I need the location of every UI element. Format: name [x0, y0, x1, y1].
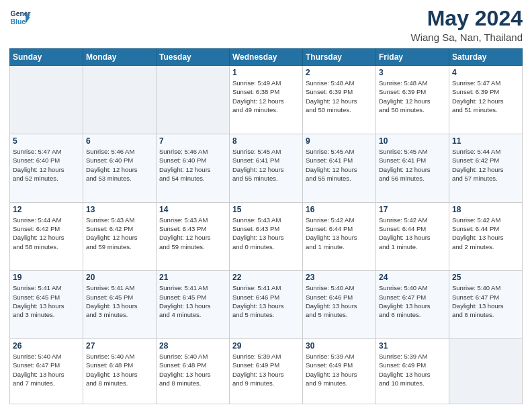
table-row: [449, 339, 523, 404]
day-info: Sunrise: 5:45 AM Sunset: 6:41 PM Dayligh…: [232, 147, 300, 183]
day-info: Sunrise: 5:40 AM Sunset: 6:48 PM Dayligh…: [86, 352, 153, 387]
day-number: 3: [379, 68, 446, 77]
weekday-header-row: Sunday Monday Tuesday Wednesday Thursday…: [10, 49, 523, 66]
table-row: 17Sunrise: 5:42 AM Sunset: 6:44 PM Dayli…: [376, 202, 449, 271]
day-number: 4: [452, 68, 519, 77]
header-tuesday: Tuesday: [157, 49, 230, 66]
day-number: 15: [232, 205, 300, 214]
calendar-week-row: 5Sunrise: 5:47 AM Sunset: 6:40 PM Daylig…: [10, 134, 523, 202]
day-info: Sunrise: 5:41 AM Sunset: 6:45 PM Dayligh…: [159, 283, 226, 319]
calendar-week-row: 12Sunrise: 5:44 AM Sunset: 6:42 PM Dayli…: [10, 202, 523, 271]
day-info: Sunrise: 5:39 AM Sunset: 6:49 PM Dayligh…: [306, 352, 373, 387]
day-info: Sunrise: 5:42 AM Sunset: 6:44 PM Dayligh…: [452, 216, 519, 251]
table-row: 15Sunrise: 5:43 AM Sunset: 6:43 PM Dayli…: [230, 202, 303, 271]
day-info: Sunrise: 5:42 AM Sunset: 6:44 PM Dayligh…: [306, 216, 373, 251]
day-info: Sunrise: 5:47 AM Sunset: 6:40 PM Dayligh…: [13, 147, 80, 183]
day-number: 31: [379, 341, 446, 351]
day-number: 27: [86, 341, 153, 351]
day-number: 8: [232, 136, 300, 146]
table-row: 24Sunrise: 5:40 AM Sunset: 6:47 PM Dayli…: [376, 271, 449, 339]
day-info: Sunrise: 5:41 AM Sunset: 6:46 PM Dayligh…: [232, 283, 300, 319]
day-number: 26: [13, 341, 80, 351]
day-info: Sunrise: 5:49 AM Sunset: 6:38 PM Dayligh…: [232, 79, 300, 114]
day-info: Sunrise: 5:47 AM Sunset: 6:39 PM Dayligh…: [452, 79, 519, 114]
svg-text:Blue: Blue: [11, 18, 26, 26]
header-saturday: Saturday: [449, 49, 523, 66]
day-info: Sunrise: 5:46 AM Sunset: 6:40 PM Dayligh…: [159, 147, 226, 183]
header-thursday: Thursday: [303, 49, 376, 66]
table-row: 8Sunrise: 5:45 AM Sunset: 6:41 PM Daylig…: [230, 134, 303, 202]
page: General Blue May 2024 Wiang Sa, Nan, Tha…: [0, 0, 532, 411]
day-number: 30: [306, 341, 373, 351]
table-row: 28Sunrise: 5:40 AM Sunset: 6:48 PM Dayli…: [157, 339, 230, 404]
day-number: 10: [379, 136, 446, 146]
calendar-week-row: 1Sunrise: 5:49 AM Sunset: 6:38 PM Daylig…: [10, 66, 523, 134]
day-info: Sunrise: 5:41 AM Sunset: 6:45 PM Dayligh…: [13, 283, 80, 319]
day-number: 13: [86, 205, 153, 214]
day-number: 25: [452, 273, 519, 282]
header-wednesday: Wednesday: [230, 49, 303, 66]
day-info: Sunrise: 5:39 AM Sunset: 6:49 PM Dayligh…: [232, 352, 300, 387]
table-row: 7Sunrise: 5:46 AM Sunset: 6:40 PM Daylig…: [157, 134, 230, 202]
day-number: 20: [86, 273, 153, 282]
calendar-table: Sunday Monday Tuesday Wednesday Thursday…: [9, 48, 523, 404]
header-friday: Friday: [376, 49, 449, 66]
table-row: 4Sunrise: 5:47 AM Sunset: 6:39 PM Daylig…: [449, 66, 523, 134]
day-info: Sunrise: 5:44 AM Sunset: 6:42 PM Dayligh…: [13, 216, 80, 251]
header-sunday: Sunday: [10, 49, 83, 66]
table-row: 30Sunrise: 5:39 AM Sunset: 6:49 PM Dayli…: [303, 339, 376, 404]
day-number: 18: [452, 205, 519, 214]
day-number: 9: [306, 136, 373, 146]
day-info: Sunrise: 5:45 AM Sunset: 6:41 PM Dayligh…: [379, 147, 446, 183]
day-info: Sunrise: 5:40 AM Sunset: 6:47 PM Dayligh…: [379, 283, 446, 319]
day-info: Sunrise: 5:45 AM Sunset: 6:41 PM Dayligh…: [306, 147, 373, 183]
logo-icon: General Blue: [9, 7, 31, 28]
day-number: 24: [379, 273, 446, 282]
table-row: 10Sunrise: 5:45 AM Sunset: 6:41 PM Dayli…: [376, 134, 449, 202]
day-number: 29: [232, 341, 300, 351]
day-info: Sunrise: 5:41 AM Sunset: 6:45 PM Dayligh…: [86, 283, 153, 319]
day-number: 7: [159, 136, 226, 146]
day-number: 6: [86, 136, 153, 146]
day-info: Sunrise: 5:40 AM Sunset: 6:47 PM Dayligh…: [13, 352, 80, 387]
header-monday: Monday: [83, 49, 157, 66]
day-info: Sunrise: 5:42 AM Sunset: 6:44 PM Dayligh…: [379, 216, 446, 251]
day-info: Sunrise: 5:48 AM Sunset: 6:39 PM Dayligh…: [379, 79, 446, 114]
day-info: Sunrise: 5:43 AM Sunset: 6:43 PM Dayligh…: [159, 216, 226, 251]
table-row: [10, 66, 83, 134]
day-number: 5: [13, 136, 80, 146]
day-info: Sunrise: 5:39 AM Sunset: 6:49 PM Dayligh…: [379, 352, 446, 387]
day-number: 21: [159, 273, 226, 282]
table-row: 3Sunrise: 5:48 AM Sunset: 6:39 PM Daylig…: [376, 66, 449, 134]
title-block: May 2024 Wiang Sa, Nan, Thailand: [411, 7, 523, 43]
day-number: 28: [159, 341, 226, 351]
day-info: Sunrise: 5:43 AM Sunset: 6:42 PM Dayligh…: [86, 216, 153, 251]
table-row: 13Sunrise: 5:43 AM Sunset: 6:42 PM Dayli…: [83, 202, 157, 271]
table-row: 27Sunrise: 5:40 AM Sunset: 6:48 PM Dayli…: [83, 339, 157, 404]
table-row: 18Sunrise: 5:42 AM Sunset: 6:44 PM Dayli…: [449, 202, 523, 271]
table-row: 31Sunrise: 5:39 AM Sunset: 6:49 PM Dayli…: [376, 339, 449, 404]
calendar-week-row: 19Sunrise: 5:41 AM Sunset: 6:45 PM Dayli…: [10, 271, 523, 339]
day-number: 23: [306, 273, 373, 282]
month-title: May 2024: [411, 7, 523, 30]
table-row: 26Sunrise: 5:40 AM Sunset: 6:47 PM Dayli…: [10, 339, 83, 404]
day-number: 2: [306, 68, 373, 77]
table-row: 6Sunrise: 5:46 AM Sunset: 6:40 PM Daylig…: [83, 134, 157, 202]
day-number: 22: [232, 273, 300, 282]
table-row: [83, 66, 157, 134]
day-info: Sunrise: 5:44 AM Sunset: 6:42 PM Dayligh…: [452, 147, 519, 183]
table-row: 1Sunrise: 5:49 AM Sunset: 6:38 PM Daylig…: [230, 66, 303, 134]
day-number: 12: [13, 205, 80, 214]
header: General Blue May 2024 Wiang Sa, Nan, Tha…: [9, 7, 523, 43]
day-info: Sunrise: 5:46 AM Sunset: 6:40 PM Dayligh…: [86, 147, 153, 183]
day-number: 11: [452, 136, 519, 146]
table-row: 29Sunrise: 5:39 AM Sunset: 6:49 PM Dayli…: [230, 339, 303, 404]
table-row: 9Sunrise: 5:45 AM Sunset: 6:41 PM Daylig…: [303, 134, 376, 202]
table-row: 2Sunrise: 5:48 AM Sunset: 6:39 PM Daylig…: [303, 66, 376, 134]
day-info: Sunrise: 5:40 AM Sunset: 6:46 PM Dayligh…: [306, 283, 373, 319]
location-title: Wiang Sa, Nan, Thailand: [411, 32, 523, 43]
table-row: 25Sunrise: 5:40 AM Sunset: 6:47 PM Dayli…: [449, 271, 523, 339]
calendar-week-row: 26Sunrise: 5:40 AM Sunset: 6:47 PM Dayli…: [10, 339, 523, 404]
table-row: 21Sunrise: 5:41 AM Sunset: 6:45 PM Dayli…: [157, 271, 230, 339]
table-row: 5Sunrise: 5:47 AM Sunset: 6:40 PM Daylig…: [10, 134, 83, 202]
